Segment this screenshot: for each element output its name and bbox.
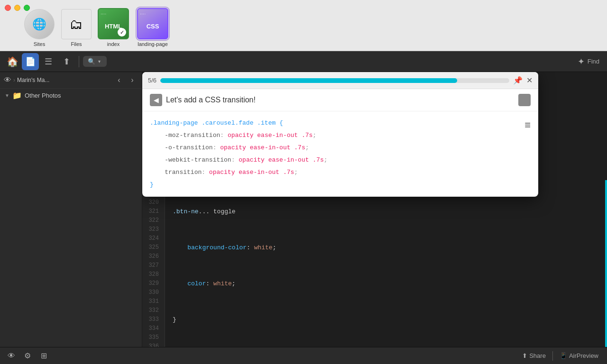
share-button[interactable]: ⬆ Share	[518, 350, 550, 361]
airpreview-icon: 📱	[560, 352, 567, 359]
popup-code-line-3: -o-transition: opacity ease-in-out .7s;	[150, 142, 519, 154]
minimize-button[interactable]	[14, 5, 20, 11]
toolbar: 🏠 📄 ☰ ⬆ 🔍 ▾ ✦ Find	[0, 51, 607, 72]
sidebar-item-label: Other Photos	[25, 92, 61, 99]
share-icon: ⬆	[522, 352, 527, 359]
search-icon: 🔍	[88, 58, 95, 65]
arrow-right-icon: ›	[13, 77, 15, 83]
popup-overlay: 5/6 📌 ✕ ◀ Let's add a CSS transition!	[142, 72, 607, 197]
popup-progress-fill	[160, 78, 457, 83]
code-lines: .btn-ne... toggle background-color: whit…	[165, 180, 605, 347]
line-numbers: 318 319 320 321 322 323 324 325 326 327 …	[142, 180, 165, 347]
bottom-grid-button[interactable]: ⊞	[37, 349, 50, 363]
document-button[interactable]: 📄	[22, 53, 39, 70]
sidebar-item-other-photos[interactable]: ▼ 📁 Other Photos	[0, 89, 142, 102]
popup-step-label: 5/6	[148, 77, 156, 84]
triangle-icon: ▼	[5, 93, 9, 98]
folder-icon: 📁	[12, 91, 22, 100]
popup-code-line-4: -webkit-transition: opacity ease-in-out …	[150, 154, 519, 166]
popup-pin-button[interactable]: 📌	[513, 76, 523, 85]
popup-code-line-1: .landing-page .carousel.fade .item {	[150, 117, 519, 129]
eye-icon: 👁	[4, 76, 11, 84]
breadcrumb: Marin's Ma...	[17, 77, 111, 83]
home-button[interactable]: 🏠	[4, 53, 21, 70]
nav-back-button[interactable]: ‹	[113, 74, 125, 86]
popup-body: .landing-page .carousel.fade .item { -mo…	[142, 111, 538, 197]
code-line: }	[173, 315, 598, 324]
airpreview-label: AirPreview	[569, 352, 598, 359]
airpreview-button[interactable]: 📱 AirPreview	[556, 350, 602, 361]
popup-header: 5/6 📌 ✕	[142, 72, 538, 89]
find-label: Find	[588, 58, 599, 65]
popup-title-text: Let's add a CSS transition!	[166, 96, 518, 104]
popup-nav-next[interactable]	[518, 94, 531, 106]
popup-code-block: .landing-page .carousel.fade .item { -mo…	[150, 117, 519, 191]
code-line: .btn-ne... toggle	[173, 207, 598, 216]
close-button[interactable]	[5, 5, 11, 11]
file-item-index-label: index	[107, 41, 120, 47]
bottom-settings-button[interactable]: ⚙	[21, 349, 34, 363]
popup-close-button[interactable]: ✕	[526, 76, 533, 85]
right-accent-bar	[605, 180, 607, 347]
file-item-index[interactable]: ···· HTML ✓ index	[97, 8, 130, 47]
popup-menu-icon[interactable]: ≡	[524, 117, 531, 131]
sidebar: 👁 › Marin's Ma... ‹ › ▼ 📁 Other Photos	[0, 72, 142, 347]
search-dropdown-icon: ▾	[98, 59, 101, 64]
share-label: Share	[529, 352, 546, 359]
file-item-landing-page[interactable]: ···· CSS landing-page	[134, 8, 172, 47]
popup: 5/6 📌 ✕ ◀ Let's add a CSS transition!	[142, 72, 538, 197]
code-line: color: white;	[173, 279, 598, 288]
file-item-sites[interactable]: 🌐 Sites	[23, 9, 56, 47]
search-box[interactable]: 🔍 ▾	[83, 56, 107, 67]
popup-progress-container	[160, 78, 509, 83]
code-line: background-color: white;	[173, 243, 598, 252]
upload-button[interactable]: ⬆	[58, 53, 75, 70]
popup-code-line-5: transition: opacity ease-in-out .7s;	[150, 166, 519, 179]
star-icon: ✦	[578, 56, 585, 67]
nav-forward-button[interactable]: ›	[127, 74, 138, 86]
file-item-landing-page-label: landing-page	[138, 41, 168, 47]
bottom-bar: 👁 ⚙ ⊞ ⬆ Share 📱 AirPreview	[0, 347, 607, 364]
popup-nav-prev[interactable]: ◀	[150, 94, 162, 106]
window-controls	[5, 5, 30, 11]
file-item-sites-label: Sites	[34, 41, 45, 47]
editor-area: 5/6 📌 ✕ ◀ Let's add a CSS transition!	[142, 72, 607, 347]
bottom-eye-button[interactable]: 👁	[5, 349, 18, 363]
maximize-button[interactable]	[24, 5, 30, 11]
popup-code-line-2: -moz-transition: opacity ease-in-out .7s…	[150, 129, 519, 142]
file-item-files-label: Files	[71, 41, 82, 47]
file-item-files[interactable]: 🗂 Files	[60, 9, 93, 47]
popup-code-line-6: }	[150, 179, 519, 191]
list-button[interactable]: ☰	[40, 53, 57, 70]
popup-title: ◀ Let's add a CSS transition!	[142, 89, 538, 111]
